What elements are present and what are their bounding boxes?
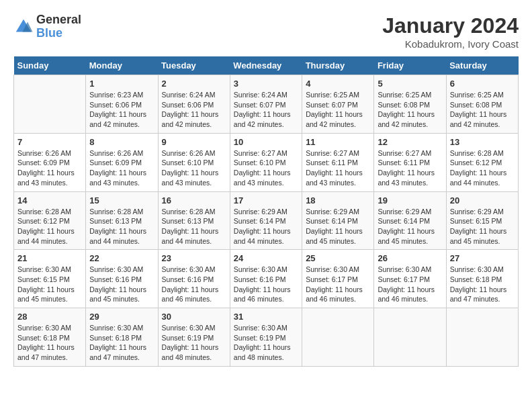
day-number: 11: [306, 137, 370, 147]
day-info: Sunrise: 6:30 AMSunset: 6:18 PMDaylight:…: [89, 323, 154, 363]
title-area: January 2024 Kobadukrom, Ivory Coast: [382, 13, 519, 50]
day-cell: 30Sunrise: 6:30 AMSunset: 6:19 PMDayligh…: [158, 308, 230, 367]
day-cell: 23Sunrise: 6:30 AMSunset: 6:16 PMDayligh…: [158, 250, 230, 308]
day-cell: 27Sunrise: 6:30 AMSunset: 6:18 PMDayligh…: [446, 250, 518, 308]
day-number: 8: [89, 137, 154, 147]
day-number: 24: [234, 253, 298, 263]
day-info: Sunrise: 6:28 AMSunset: 6:12 PMDaylight:…: [450, 148, 515, 188]
day-number: 12: [378, 137, 442, 147]
day-cell: 22Sunrise: 6:30 AMSunset: 6:16 PMDayligh…: [86, 250, 158, 308]
day-cell: 24Sunrise: 6:30 AMSunset: 6:16 PMDayligh…: [230, 250, 302, 308]
day-cell: 10Sunrise: 6:27 AMSunset: 6:10 PMDayligh…: [230, 133, 302, 191]
day-info: Sunrise: 6:24 AMSunset: 6:06 PMDaylight:…: [162, 90, 226, 130]
day-cell: 15Sunrise: 6:28 AMSunset: 6:13 PMDayligh…: [86, 191, 158, 250]
day-info: Sunrise: 6:28 AMSunset: 6:13 PMDaylight:…: [89, 207, 154, 246]
day-number: 5: [378, 79, 442, 89]
day-cell: 3Sunrise: 6:24 AMSunset: 6:07 PMDaylight…: [230, 75, 302, 134]
header-cell-wednesday: Wednesday: [230, 56, 302, 75]
day-info: Sunrise: 6:28 AMSunset: 6:13 PMDaylight:…: [162, 207, 226, 246]
day-number: 7: [17, 137, 82, 147]
day-number: 4: [306, 79, 370, 89]
logo-text: General Blue: [36, 13, 81, 40]
day-cell: 21Sunrise: 6:30 AMSunset: 6:15 PMDayligh…: [14, 250, 86, 308]
day-cell: 17Sunrise: 6:29 AMSunset: 6:14 PMDayligh…: [230, 191, 302, 250]
day-cell: 26Sunrise: 6:30 AMSunset: 6:17 PMDayligh…: [374, 250, 446, 308]
day-number: 19: [378, 195, 442, 205]
header-cell-friday: Friday: [374, 56, 446, 75]
day-number: 13: [450, 137, 515, 147]
day-info: Sunrise: 6:30 AMSunset: 6:19 PMDaylight:…: [162, 323, 226, 363]
day-info: Sunrise: 6:23 AMSunset: 6:06 PMDaylight:…: [89, 90, 154, 130]
day-info: Sunrise: 6:29 AMSunset: 6:14 PMDaylight:…: [234, 207, 298, 246]
day-number: 28: [17, 312, 82, 322]
day-cell: [374, 308, 446, 367]
day-number: 18: [306, 195, 370, 205]
day-info: Sunrise: 6:28 AMSunset: 6:12 PMDaylight:…: [17, 207, 82, 246]
header-cell-sunday: Sunday: [14, 56, 86, 75]
day-cell: [446, 308, 518, 367]
page-header: General Blue January 2024 Kobadukrom, Iv…: [13, 13, 519, 50]
day-number: 16: [162, 195, 226, 205]
day-info: Sunrise: 6:26 AMSunset: 6:10 PMDaylight:…: [162, 148, 226, 188]
day-cell: 19Sunrise: 6:29 AMSunset: 6:14 PMDayligh…: [374, 191, 446, 250]
day-cell: 18Sunrise: 6:29 AMSunset: 6:14 PMDayligh…: [302, 191, 374, 250]
day-info: Sunrise: 6:29 AMSunset: 6:14 PMDaylight:…: [378, 207, 442, 246]
logo-icon: [13, 17, 34, 37]
day-number: 22: [89, 253, 154, 263]
day-number: 14: [17, 195, 82, 205]
day-info: Sunrise: 6:30 AMSunset: 6:15 PMDaylight:…: [17, 265, 82, 304]
day-cell: [302, 308, 374, 367]
header-cell-monday: Monday: [86, 56, 158, 75]
week-row-4: 21Sunrise: 6:30 AMSunset: 6:15 PMDayligh…: [14, 250, 519, 308]
day-cell: 25Sunrise: 6:30 AMSunset: 6:17 PMDayligh…: [302, 250, 374, 308]
day-cell: 11Sunrise: 6:27 AMSunset: 6:11 PMDayligh…: [302, 133, 374, 191]
day-info: Sunrise: 6:24 AMSunset: 6:07 PMDaylight:…: [234, 90, 298, 130]
week-row-2: 7Sunrise: 6:26 AMSunset: 6:09 PMDaylight…: [14, 133, 519, 191]
day-number: 1: [89, 79, 154, 89]
day-number: 21: [17, 253, 82, 263]
day-cell: 29Sunrise: 6:30 AMSunset: 6:18 PMDayligh…: [86, 308, 158, 367]
calendar-table: SundayMondayTuesdayWednesdayThursdayFrid…: [13, 56, 519, 367]
day-info: Sunrise: 6:30 AMSunset: 6:17 PMDaylight:…: [378, 265, 442, 304]
week-row-5: 28Sunrise: 6:30 AMSunset: 6:18 PMDayligh…: [14, 308, 519, 367]
day-info: Sunrise: 6:29 AMSunset: 6:15 PMDaylight:…: [450, 207, 515, 246]
day-cell: 6Sunrise: 6:25 AMSunset: 6:08 PMDaylight…: [446, 75, 518, 134]
day-number: 6: [450, 79, 515, 89]
header-cell-saturday: Saturday: [446, 56, 518, 75]
day-cell: 12Sunrise: 6:27 AMSunset: 6:11 PMDayligh…: [374, 133, 446, 191]
day-cell: 7Sunrise: 6:26 AMSunset: 6:09 PMDaylight…: [14, 133, 86, 191]
day-info: Sunrise: 6:30 AMSunset: 6:19 PMDaylight:…: [234, 323, 298, 363]
day-info: Sunrise: 6:29 AMSunset: 6:14 PMDaylight:…: [306, 207, 370, 246]
day-cell: 13Sunrise: 6:28 AMSunset: 6:12 PMDayligh…: [446, 133, 518, 191]
day-cell: 20Sunrise: 6:29 AMSunset: 6:15 PMDayligh…: [446, 191, 518, 250]
day-info: Sunrise: 6:25 AMSunset: 6:08 PMDaylight:…: [450, 90, 515, 130]
day-number: 31: [234, 312, 298, 322]
header-row: SundayMondayTuesdayWednesdayThursdayFrid…: [14, 56, 519, 75]
day-number: 25: [306, 253, 370, 263]
subtitle: Kobadukrom, Ivory Coast: [382, 38, 519, 50]
day-cell: 4Sunrise: 6:25 AMSunset: 6:07 PMDaylight…: [302, 75, 374, 134]
day-info: Sunrise: 6:30 AMSunset: 6:16 PMDaylight:…: [234, 265, 298, 304]
day-info: Sunrise: 6:30 AMSunset: 6:18 PMDaylight:…: [450, 265, 515, 304]
day-info: Sunrise: 6:26 AMSunset: 6:09 PMDaylight:…: [89, 148, 154, 188]
day-number: 10: [234, 137, 298, 147]
day-number: 9: [162, 137, 226, 147]
day-info: Sunrise: 6:25 AMSunset: 6:07 PMDaylight:…: [306, 90, 370, 130]
day-cell: 1Sunrise: 6:23 AMSunset: 6:06 PMDaylight…: [86, 75, 158, 134]
day-info: Sunrise: 6:30 AMSunset: 6:16 PMDaylight:…: [162, 265, 226, 304]
day-info: Sunrise: 6:30 AMSunset: 6:18 PMDaylight:…: [17, 323, 82, 363]
day-info: Sunrise: 6:27 AMSunset: 6:11 PMDaylight:…: [378, 148, 442, 188]
day-cell: 2Sunrise: 6:24 AMSunset: 6:06 PMDaylight…: [158, 75, 230, 134]
day-cell: 14Sunrise: 6:28 AMSunset: 6:12 PMDayligh…: [14, 191, 86, 250]
header-cell-tuesday: Tuesday: [158, 56, 230, 75]
day-number: 26: [378, 253, 442, 263]
day-cell: [14, 75, 86, 134]
header-cell-thursday: Thursday: [302, 56, 374, 75]
day-number: 17: [234, 195, 298, 205]
logo: General Blue: [13, 13, 81, 40]
day-number: 20: [450, 195, 515, 205]
day-info: Sunrise: 6:27 AMSunset: 6:11 PMDaylight:…: [306, 148, 370, 188]
day-cell: 28Sunrise: 6:30 AMSunset: 6:18 PMDayligh…: [14, 308, 86, 367]
day-number: 27: [450, 253, 515, 263]
day-number: 29: [89, 312, 154, 322]
